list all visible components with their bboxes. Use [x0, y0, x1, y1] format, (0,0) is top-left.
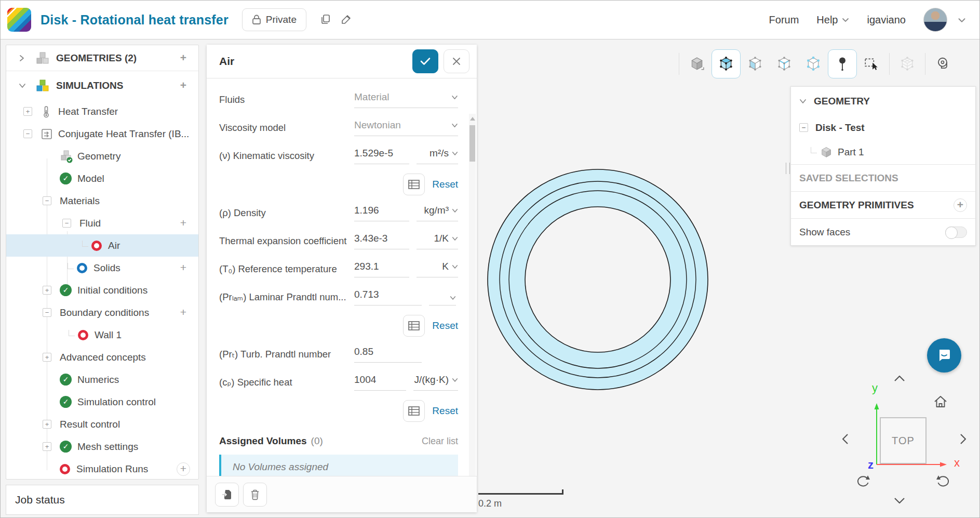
orbit-left-icon[interactable]	[841, 432, 849, 446]
reference-temperature-unit-select[interactable]: K	[417, 261, 458, 277]
select-vertex-icon[interactable]	[799, 49, 828, 78]
expand-icon[interactable]	[23, 107, 32, 116]
part-cube-icon	[820, 146, 833, 158]
collapse-icon[interactable]	[43, 196, 51, 205]
reset-link[interactable]: Reset	[432, 405, 458, 417]
laminar-prandtl-unit-select[interactable]	[429, 296, 456, 306]
collapse-icon[interactable]	[62, 219, 71, 228]
tree-elbow	[811, 147, 817, 153]
reference-temperature-input[interactable]: 293.1	[354, 261, 409, 277]
table-icon	[408, 406, 420, 416]
no-volumes-message: No Volumes assigned	[219, 455, 458, 476]
thermal-expansion-field: Thermal expansion coefficient 3.43e-3 1/…	[219, 227, 458, 255]
viscosity-model-select[interactable]: Newtonian	[354, 119, 458, 136]
saved-selections-header[interactable]: SAVED SELECTIONS	[791, 164, 975, 191]
select-face-icon[interactable]	[741, 49, 770, 78]
chevron-down-icon	[450, 296, 456, 300]
orbit-right-icon[interactable]	[959, 432, 968, 446]
orbit-up-icon[interactable]	[893, 374, 906, 382]
panel-scrollbar[interactable]	[469, 114, 476, 476]
specific-heat-unit-select[interactable]: J/(kg·K)	[413, 374, 458, 391]
expand-icon[interactable]	[43, 286, 51, 295]
viscosity-model-field: Viscosity model Newtonian	[219, 114, 458, 142]
scrollbar-thumb[interactable]	[469, 125, 475, 162]
reset-link[interactable]: Reset	[432, 320, 458, 331]
check-icon	[420, 57, 431, 66]
density-field: (ρ) Density 1.196 kg/m³	[219, 199, 458, 227]
table-input-button[interactable]	[403, 315, 425, 337]
collapse-icon[interactable]	[23, 129, 32, 138]
show-faces-toggle[interactable]	[945, 227, 967, 238]
apply-button[interactable]	[412, 49, 438, 73]
toolbar-separator	[679, 53, 679, 75]
disk-part[interactable]	[488, 169, 708, 390]
add-geometry-primitive-button[interactable]	[954, 198, 967, 212]
y-axis-label: y	[872, 381, 878, 395]
support-chat-button[interactable]	[927, 338, 961, 373]
chevron-down-icon	[452, 208, 458, 213]
reset-row: Reset	[219, 170, 458, 199]
density-input[interactable]: 1.196	[354, 205, 409, 221]
select-edge-icon[interactable]	[770, 49, 799, 78]
collapse-icon[interactable]	[799, 123, 808, 132]
reset-link[interactable]: Reset	[432, 179, 458, 190]
z-axis-label: z	[868, 458, 874, 472]
scroll-up-icon[interactable]	[470, 117, 475, 121]
chevron-down-icon	[452, 151, 458, 156]
chevron-down-icon	[452, 378, 458, 382]
view-navigation-widget: TOP y x z	[837, 372, 972, 510]
expand-icon[interactable]	[43, 420, 51, 429]
toolbar-separator	[889, 53, 890, 75]
geometry-part-row[interactable]: Part 1	[791, 140, 975, 164]
mesh-grid-icon-disabled	[893, 49, 922, 78]
view-cube-icon[interactable]	[682, 49, 711, 78]
show-faces-row: Show faces	[791, 218, 975, 245]
geometry-primitives-header[interactable]: GEOMETRY PRIMITIVES	[791, 191, 975, 218]
kinematic-viscosity-unit-select[interactable]: m²/s	[417, 148, 458, 164]
trash-icon	[250, 489, 260, 500]
geometry-model-row[interactable]: Disk - Test	[791, 115, 975, 140]
chevron-down-icon	[451, 123, 458, 128]
panel-drag-handle[interactable]	[786, 163, 790, 174]
table-input-button[interactable]	[403, 174, 425, 195]
rotate-cw-icon[interactable]	[935, 474, 951, 488]
orbit-down-icon[interactable]	[893, 497, 906, 505]
thermal-expansion-input[interactable]: 3.43e-3	[354, 233, 409, 249]
specific-heat-input[interactable]: 1004	[354, 374, 406, 391]
chevron-down-icon	[452, 236, 458, 241]
import-assignment-button[interactable]	[215, 483, 239, 507]
axes-triad	[868, 393, 951, 471]
reset-row: Reset	[219, 311, 458, 340]
clear-list-link[interactable]: Clear list	[422, 436, 458, 447]
density-unit-select[interactable]: kg/m³	[417, 205, 458, 221]
turb-prandtl-input[interactable]: 0.85	[354, 346, 422, 363]
box-select-icon[interactable]	[857, 49, 886, 78]
laminar-prandtl-field: (Prₗₐₘ) Laminar Prandtl num... 0.713	[219, 283, 458, 311]
cancel-button[interactable]	[444, 49, 469, 73]
geometry-section-header[interactable]: GEOMETRY	[791, 87, 975, 115]
material-name-title: Air	[219, 55, 234, 68]
table-input-button[interactable]	[403, 400, 425, 422]
measure-tape-icon[interactable]	[929, 49, 958, 78]
collapse-icon[interactable]	[43, 308, 51, 317]
panel-footer	[207, 476, 477, 512]
probe-pin-icon[interactable]	[828, 49, 857, 78]
material-form: Fluids Material Viscosity model Newtonia…	[207, 78, 477, 476]
expand-icon[interactable]	[43, 353, 51, 362]
specific-heat-field: (cₚ) Specific heat 1004 J/(kg·K)	[219, 368, 458, 396]
thermal-expansion-unit-select[interactable]: 1/K	[417, 233, 458, 249]
expand-icon[interactable]	[43, 442, 51, 451]
chevron-down-icon	[452, 264, 458, 269]
geometry-panel: GEOMETRY Disk - Test Part 1 SAVED SELECT…	[790, 86, 976, 246]
kinematic-viscosity-input[interactable]: 1.529e-5	[354, 148, 409, 164]
select-volume-icon[interactable]	[711, 49, 741, 78]
delete-button[interactable]	[243, 483, 267, 507]
chevron-down-icon	[799, 98, 807, 104]
rotate-ccw-icon[interactable]	[855, 474, 871, 488]
viewport-toolbar	[676, 48, 958, 79]
x-axis-label: x	[954, 456, 960, 470]
laminar-prandtl-input[interactable]: 0.713	[354, 289, 422, 306]
simscale-workbench: Disk - Rotational heat transfer Private …	[0, 0, 980, 518]
fluids-select[interactable]: Material	[354, 91, 458, 108]
table-icon	[408, 180, 420, 189]
